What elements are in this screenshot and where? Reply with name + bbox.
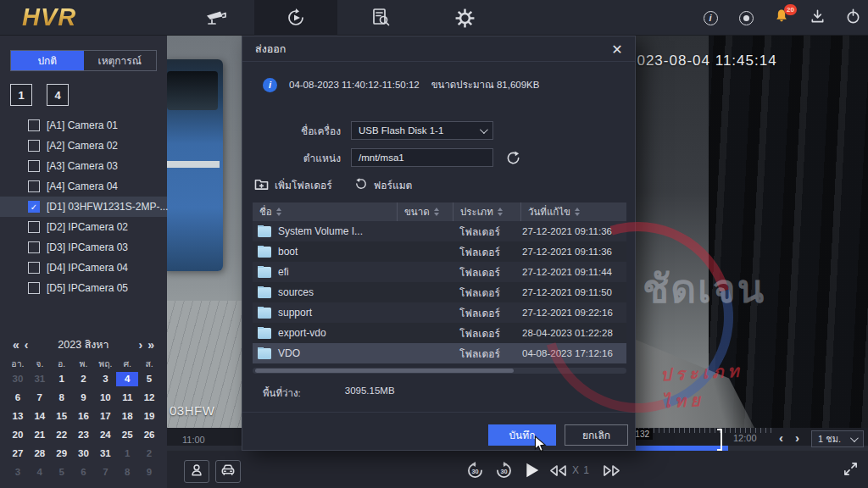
- calendar-day[interactable]: 22: [51, 428, 73, 442]
- column-header-name[interactable]: ชื่อ: [253, 202, 397, 221]
- file-row[interactable]: support โฟลเดอร์ 27-12-2021 09:22:16: [253, 302, 626, 323]
- calendar-day[interactable]: 3: [94, 372, 116, 386]
- camera-item[interactable]: [D3] IPCamera 03: [0, 237, 167, 258]
- calendar-day[interactable]: 11: [116, 391, 138, 405]
- calendar-day[interactable]: 1: [51, 372, 73, 386]
- calendar-day[interactable]: 7: [29, 391, 51, 405]
- calendar-day[interactable]: 17: [94, 409, 116, 424]
- sort-icon[interactable]: [276, 208, 281, 216]
- calendar-day[interactable]: 6: [73, 465, 95, 480]
- calendar-day[interactable]: 27: [7, 446, 29, 461]
- calendar-day[interactable]: 3: [7, 465, 29, 480]
- camera-checkbox[interactable]: [28, 160, 40, 172]
- fast-rewind-button[interactable]: [547, 460, 569, 480]
- next-year-button[interactable]: »: [145, 338, 157, 352]
- calendar-day[interactable]: 1: [116, 446, 138, 461]
- camera-checkbox[interactable]: [28, 201, 40, 213]
- calendar-day[interactable]: 8: [116, 465, 138, 480]
- add-folder-button[interactable]: เพิ่มโฟลเดอร์: [254, 177, 332, 193]
- record-button[interactable]: [737, 9, 754, 26]
- camera-item[interactable]: [A2] Camera 02: [0, 136, 167, 156]
- speed-indicator[interactable]: X 1: [572, 460, 590, 480]
- calendar-day[interactable]: 16: [73, 409, 95, 424]
- column-header-date[interactable]: วันที่แก้ไข: [520, 202, 626, 221]
- timeline-interval-select[interactable]: 1 ชม.: [811, 430, 864, 447]
- file-row[interactable]: boot โฟลเดอร์ 27-12-2021 09:11:36: [253, 241, 626, 262]
- calendar-day[interactable]: 30: [73, 446, 95, 461]
- next-month-button[interactable]: ›: [136, 338, 146, 352]
- calendar-day[interactable]: 29: [51, 446, 73, 461]
- calendar-day[interactable]: 4: [116, 372, 138, 386]
- view-1-button[interactable]: 1: [10, 84, 32, 106]
- prev-year-button[interactable]: «: [10, 338, 22, 352]
- refresh-path-button[interactable]: [505, 150, 521, 166]
- tab-playback[interactable]: [254, 0, 337, 36]
- video-pane-left[interactable]: 03HFW: [167, 36, 242, 428]
- calendar-day[interactable]: 25: [116, 428, 138, 442]
- calendar-day[interactable]: 2: [73, 372, 95, 386]
- power-button[interactable]: [844, 9, 861, 26]
- calendar-day[interactable]: 8: [51, 391, 73, 405]
- vehicle-filter-button[interactable]: [215, 460, 241, 483]
- camera-item[interactable]: [D4] IPCamera 04: [0, 258, 167, 278]
- backup-button[interactable]: [809, 9, 826, 26]
- calendar-day[interactable]: 23: [73, 428, 95, 442]
- camera-checkbox[interactable]: [28, 282, 40, 294]
- calendar-day[interactable]: 31: [94, 446, 116, 461]
- calendar-day[interactable]: 31: [29, 372, 51, 386]
- calendar-day[interactable]: 28: [29, 446, 51, 461]
- camera-item[interactable]: [A4] Camera 04: [0, 176, 167, 197]
- view-4-button[interactable]: 4: [47, 84, 69, 106]
- column-header-type[interactable]: ประเภท: [453, 202, 520, 221]
- cancel-button[interactable]: ยกเลิก: [565, 424, 628, 446]
- prev-month-button[interactable]: ‹: [22, 338, 31, 352]
- column-header-size[interactable]: ขนาด: [397, 202, 453, 221]
- tab-settings[interactable]: [423, 0, 506, 36]
- file-row[interactable]: sources โฟลเดอร์ 27-12-2021 09:11:50: [253, 282, 626, 302]
- calendar-day[interactable]: 5: [51, 465, 73, 480]
- camera-item[interactable]: [A1] Camera 01: [0, 115, 167, 136]
- camera-item[interactable]: [D1] 03HFW1231S-2MP-...: [0, 197, 167, 217]
- calendar-day[interactable]: 5: [138, 372, 160, 386]
- camera-checkbox[interactable]: [28, 241, 40, 253]
- calendar-day[interactable]: 9: [138, 465, 160, 480]
- calendar-day[interactable]: 14: [29, 409, 51, 424]
- sort-icon[interactable]: [498, 208, 503, 216]
- human-filter-button[interactable]: [184, 460, 209, 483]
- scrollbar-thumb[interactable]: [255, 369, 514, 373]
- playhead-marker[interactable]: [717, 429, 722, 451]
- sort-icon[interactable]: [434, 208, 439, 216]
- file-row[interactable]: VDO โฟลเดอร์ 04-08-2023 17:12:16: [253, 343, 626, 363]
- timeline-prev-button[interactable]: ‹: [777, 430, 785, 445]
- video-pane-right[interactable]: 2023-08-04 11:45:14: [636, 36, 868, 428]
- rewind-30s-button[interactable]: 30: [464, 460, 486, 480]
- close-icon[interactable]: ✕: [608, 40, 626, 58]
- calendar-day[interactable]: 2: [138, 446, 160, 461]
- play-button[interactable]: [521, 460, 543, 480]
- sort-icon[interactable]: [575, 208, 580, 216]
- fast-forward-button[interactable]: [601, 460, 623, 480]
- camera-item[interactable]: [D5] IPCamera 05: [0, 278, 167, 298]
- tab-live-view[interactable]: [175, 0, 258, 36]
- calendar-day[interactable]: 12: [138, 391, 160, 405]
- calendar-day[interactable]: 6: [7, 391, 29, 405]
- calendar-day[interactable]: 20: [7, 428, 29, 442]
- timeline-next-button[interactable]: ›: [793, 430, 801, 445]
- calendar-day[interactable]: 19: [138, 409, 160, 424]
- calendar-day[interactable]: 30: [7, 372, 29, 386]
- info-button[interactable]: i: [702, 9, 719, 26]
- forward-30s-button[interactable]: 30: [492, 460, 515, 480]
- file-row[interactable]: efi โฟลเดอร์ 27-12-2021 09:11:44: [253, 262, 626, 282]
- file-row[interactable]: export-vdo โฟลเดอร์ 28-04-2023 01:22:28: [253, 323, 626, 343]
- tab-event[interactable]: เหตุการณ์: [84, 51, 157, 70]
- calendar-day[interactable]: 4: [29, 465, 51, 480]
- camera-checkbox[interactable]: [28, 262, 40, 274]
- calendar-day[interactable]: 10: [94, 391, 116, 405]
- save-button[interactable]: บันทึก: [488, 424, 556, 446]
- calendar-day[interactable]: 15: [51, 409, 73, 424]
- calendar-day[interactable]: 9: [73, 391, 95, 405]
- camera-checkbox[interactable]: [28, 140, 40, 152]
- calendar-day[interactable]: 18: [116, 409, 138, 424]
- path-input[interactable]: /mnt/msa1: [351, 148, 493, 167]
- calendar-day[interactable]: 24: [94, 428, 116, 442]
